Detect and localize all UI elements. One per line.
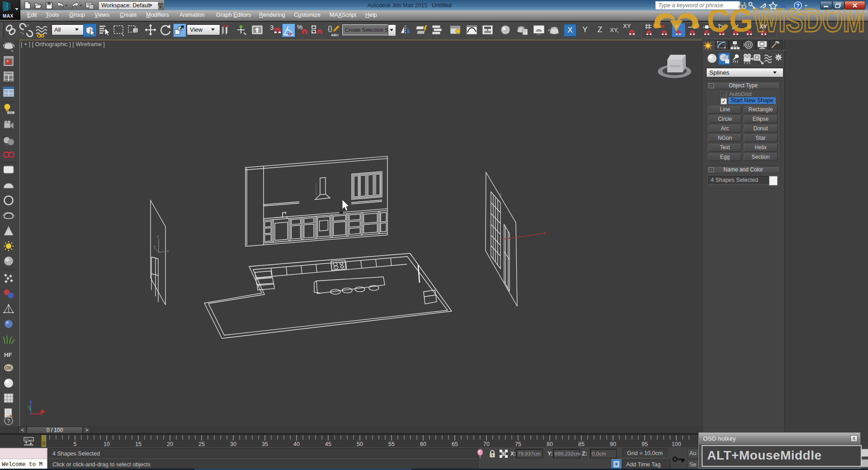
svg-text:2: 2 — [500, 192, 502, 197]
svg-text:75: 75 — [515, 441, 521, 447]
svg-text:50: 50 — [357, 441, 363, 447]
svg-text:95: 95 — [642, 441, 648, 447]
svg-text:85: 85 — [578, 441, 585, 447]
svg-text:65: 65 — [452, 441, 458, 447]
svg-text:{}: {} — [328, 24, 332, 32]
svg-text:30: 30 — [230, 441, 236, 447]
svg-text:55: 55 — [388, 441, 395, 447]
svg-text:20: 20 — [167, 441, 173, 447]
svg-text:ABC: ABC — [331, 33, 339, 37]
svg-text:100: 100 — [672, 441, 681, 447]
svg-text:3: 3 — [270, 24, 274, 31]
svg-text:10: 10 — [104, 441, 110, 447]
svg-text:90: 90 — [610, 441, 616, 447]
svg-text:FRONT: FRONT — [669, 64, 681, 68]
svg-text:y: y — [154, 244, 156, 249]
svg-text:[ + ] [ Orthographic ] [ Wiref: [ + ] [ Orthographic ] [ Wireframe ] — [21, 41, 105, 47]
svg-text:80: 80 — [547, 441, 553, 447]
svg-text:OK: OK — [5, 366, 12, 370]
svg-text:45: 45 — [325, 441, 331, 447]
svg-text:40: 40 — [293, 441, 300, 447]
svg-text:70: 70 — [483, 441, 490, 447]
svg-text:35: 35 — [262, 441, 268, 447]
svg-text:?: ? — [7, 418, 10, 424]
svg-text:5: 5 — [74, 441, 77, 447]
svg-text:%: % — [297, 24, 302, 31]
svg-text:?: ? — [796, 3, 799, 9]
svg-text:z: z — [157, 234, 159, 239]
svg-text:60: 60 — [420, 441, 426, 447]
svg-text:x: x — [167, 249, 169, 253]
svg-text:15: 15 — [135, 441, 142, 447]
svg-text:25: 25 — [198, 441, 205, 447]
svg-text:HF: HF — [4, 351, 12, 358]
